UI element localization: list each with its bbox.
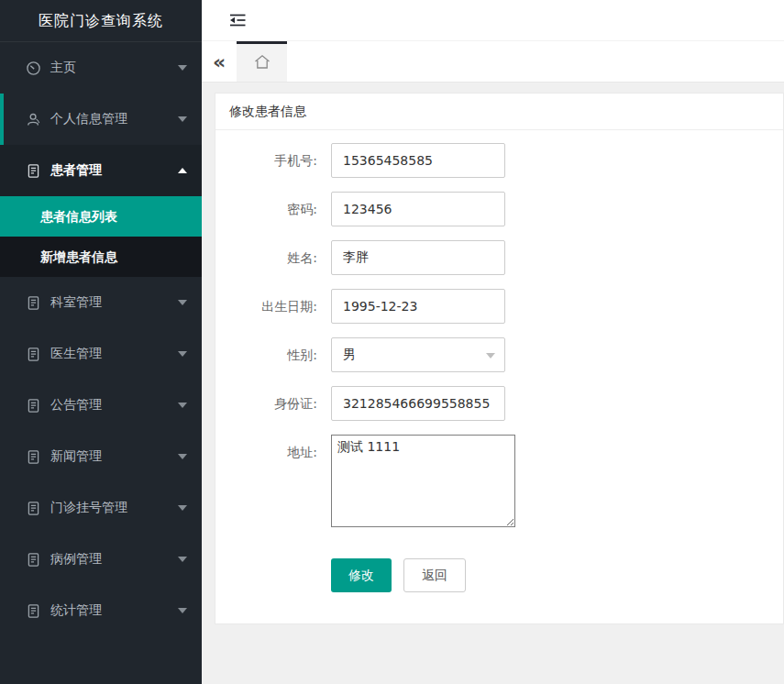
chevron-down-icon bbox=[178, 65, 187, 71]
sidebar-subitem-add-patient[interactable]: 新增患者信息 bbox=[0, 237, 202, 277]
sidebar-item-doctor-mgmt[interactable]: 医生管理 bbox=[0, 328, 202, 380]
phone-label: 手机号: bbox=[215, 143, 331, 178]
sidebar-item-label: 统计管理 bbox=[50, 602, 178, 619]
sidebar-item-label: 医生管理 bbox=[50, 346, 178, 362]
tab-bar: « bbox=[202, 41, 784, 83]
sidebar-item-personal-info[interactable]: 个人信息管理 bbox=[0, 94, 202, 145]
document-icon bbox=[26, 398, 41, 414]
document-icon bbox=[26, 347, 41, 362]
sidebar-item-home[interactable]: 主页 bbox=[0, 42, 202, 94]
edit-patient-form: 手机号: 密码: 姓名: 出生日期: bbox=[215, 130, 783, 592]
id-card-field[interactable] bbox=[331, 386, 505, 421]
gender-select[interactable]: 男 bbox=[331, 337, 505, 372]
active-accent-bar bbox=[0, 94, 4, 145]
gender-label: 性别: bbox=[215, 337, 331, 372]
main-area: « 修改患者信息 手机号: bbox=[202, 0, 784, 684]
back-button[interactable]: 返回 bbox=[403, 558, 466, 592]
modify-button[interactable]: 修改 bbox=[331, 558, 392, 592]
sidebar-item-label: 科室管理 bbox=[50, 294, 178, 311]
birthdate-field[interactable] bbox=[331, 289, 505, 324]
sidebar-toggle-icon[interactable] bbox=[227, 11, 249, 29]
form-row-address: 地址: 测试 1111 bbox=[215, 435, 783, 527]
dashboard-icon bbox=[26, 61, 41, 76]
document-icon bbox=[26, 295, 41, 311]
sidebar-item-stats-mgmt[interactable]: 统计管理 bbox=[0, 585, 202, 636]
chevron-down-icon bbox=[178, 454, 187, 459]
tab-home[interactable] bbox=[237, 41, 287, 82]
password-label: 密码: bbox=[215, 192, 331, 226]
address-field[interactable]: 测试 1111 bbox=[331, 435, 515, 527]
topbar bbox=[202, 0, 784, 41]
app-layout: 医院门诊查询系统 主页 个人信息管理 bbox=[0, 0, 784, 684]
birthdate-label: 出生日期: bbox=[215, 289, 331, 324]
sidebar-item-label: 主页 bbox=[50, 60, 178, 76]
document-icon bbox=[26, 552, 41, 568]
gender-selected-value: 男 bbox=[343, 347, 356, 363]
patient-mgmt-submenu: 患者信息列表 新增患者信息 bbox=[0, 196, 202, 277]
document-icon bbox=[26, 163, 41, 179]
card-title: 修改患者信息 bbox=[215, 94, 783, 130]
sidebar-item-label: 门诊挂号管理 bbox=[50, 500, 178, 516]
user-icon bbox=[26, 112, 41, 127]
form-row-id-card: 身份证: bbox=[215, 386, 783, 421]
name-label: 姓名: bbox=[215, 240, 331, 275]
chevron-down-icon bbox=[178, 403, 187, 408]
sidebar-item-patient-mgmt[interactable]: 患者管理 bbox=[0, 145, 202, 196]
chevron-down-icon bbox=[178, 505, 187, 511]
chevron-down-icon bbox=[178, 608, 187, 613]
document-icon bbox=[26, 501, 41, 516]
form-row-name: 姓名: bbox=[215, 240, 783, 275]
sidebar-item-label: 个人信息管理 bbox=[50, 111, 178, 127]
sidebar: 医院门诊查询系统 主页 个人信息管理 bbox=[0, 0, 202, 684]
sidebar-item-notice-mgmt[interactable]: 公告管理 bbox=[0, 380, 202, 431]
chevron-down-icon bbox=[178, 351, 187, 357]
collapse-tabs-icon[interactable]: « bbox=[202, 41, 237, 82]
form-row-phone: 手机号: bbox=[215, 143, 783, 178]
form-row-birthdate: 出生日期: bbox=[215, 289, 783, 324]
chevron-down-icon bbox=[178, 557, 187, 562]
sidebar-item-department-mgmt[interactable]: 科室管理 bbox=[0, 277, 202, 328]
form-row-gender: 性别: 男 bbox=[215, 337, 783, 372]
sidebar-item-label: 病例管理 bbox=[50, 551, 178, 568]
sidebar-item-label: 患者管理 bbox=[50, 162, 178, 179]
sidebar-item-news-mgmt[interactable]: 新闻管理 bbox=[0, 431, 202, 482]
app-title: 医院门诊查询系统 bbox=[0, 0, 202, 42]
address-label: 地址: bbox=[215, 435, 331, 527]
sidebar-item-label: 新闻管理 bbox=[50, 448, 178, 465]
home-icon bbox=[253, 53, 271, 73]
chevron-up-icon bbox=[178, 168, 187, 173]
chevron-down-icon bbox=[178, 116, 187, 122]
form-row-password: 密码: bbox=[215, 192, 783, 226]
sidebar-item-label: 公告管理 bbox=[50, 397, 178, 414]
sidebar-item-registration-mgmt[interactable]: 门诊挂号管理 bbox=[0, 482, 202, 534]
sidebar-item-case-mgmt[interactable]: 病例管理 bbox=[0, 534, 202, 585]
name-field[interactable] bbox=[331, 240, 505, 275]
form-actions: 修改 返回 bbox=[331, 558, 783, 592]
chevron-down-icon bbox=[486, 353, 495, 359]
chevron-down-icon bbox=[178, 300, 187, 305]
password-field[interactable] bbox=[331, 192, 505, 226]
content-area: 修改患者信息 手机号: 密码: 姓名: 出生日 bbox=[202, 83, 784, 684]
document-icon bbox=[26, 449, 41, 465]
sidebar-subitem-patient-list[interactable]: 患者信息列表 bbox=[0, 196, 202, 237]
edit-patient-card: 修改患者信息 手机号: 密码: 姓名: 出生日 bbox=[215, 93, 784, 624]
id-card-label: 身份证: bbox=[215, 386, 331, 421]
phone-field[interactable] bbox=[331, 143, 505, 178]
document-icon bbox=[26, 603, 41, 619]
